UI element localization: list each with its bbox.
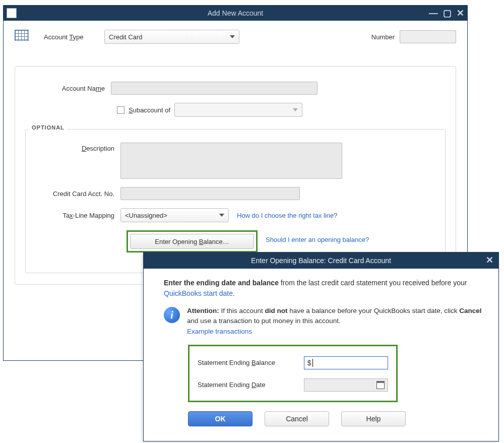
cc-acct-input[interactable] — [120, 187, 300, 200]
account-type-label: Account Type — [44, 33, 104, 41]
info-icon: i — [164, 307, 180, 323]
statement-date-input[interactable] — [304, 378, 388, 392]
help-button[interactable]: Help — [341, 411, 406, 426]
opening-balance-help-link[interactable]: Should I enter an opening balance? — [266, 236, 369, 243]
enter-opening-balance-dialog: Enter Opening Balance: Credit Card Accou… — [143, 252, 499, 441]
account-type-value: Credit Card — [109, 33, 142, 41]
ok-button[interactable]: OK — [188, 411, 253, 426]
statement-balance-input[interactable]: $ — [304, 356, 388, 369]
description-textarea[interactable] — [120, 143, 342, 179]
account-type-dropdown[interactable]: Credit Card — [104, 30, 239, 44]
number-input[interactable] — [400, 30, 456, 43]
subaccount-dropdown[interactable] — [174, 103, 302, 117]
maximize-icon[interactable]: ▢ — [443, 6, 452, 21]
dialog-button-row: OK Cancel Help — [188, 411, 484, 426]
account-name-label: Account Name — [25, 85, 111, 92]
optional-legend: OPTIONAL — [29, 124, 68, 131]
window-title: Add New Account — [4, 9, 467, 17]
window-controls: — ▢ ✕ — [429, 6, 464, 21]
dialog-titlebar: Enter Opening Balance: Credit Card Accou… — [144, 252, 498, 269]
subaccount-label: Subaccount of — [129, 106, 170, 114]
attention-row: i Attention: If this account did not hav… — [164, 306, 484, 337]
statement-balance-label: Statement Ending Balance — [198, 359, 292, 366]
number-label: Number — [371, 33, 395, 41]
chevron-down-icon — [293, 108, 298, 111]
tax-mapping-dropdown[interactable]: <Unassigned> — [120, 208, 229, 222]
calendar-icon[interactable] — [376, 381, 385, 389]
tax-mapping-label: Tax-Line Mapping — [35, 212, 120, 219]
text-cursor — [312, 359, 313, 367]
cancel-button[interactable]: Cancel — [265, 411, 329, 426]
cc-acct-label: Credit Card Acct. No. — [35, 190, 120, 198]
chevron-down-icon — [230, 35, 235, 38]
attention-text: Attention: If this account did not have … — [187, 306, 484, 337]
titlebar: Add New Account — ▢ ✕ — [4, 6, 467, 21]
opening-balance-highlight: Enter Opening Balance… — [127, 230, 258, 252]
dialog-title: Enter Opening Balance: Credit Card Accou… — [251, 257, 391, 265]
minimize-icon[interactable]: — — [429, 6, 438, 21]
tax-line-help-link[interactable]: How do I choose the right tax line? — [237, 212, 337, 219]
description-label: Description — [35, 143, 120, 152]
tax-mapping-value: <Unassigned> — [125, 212, 167, 219]
example-transactions-link[interactable]: Example transactions — [187, 328, 252, 335]
subaccount-checkbox[interactable] — [117, 106, 124, 114]
statement-fields-highlight: Statement Ending Balance $ Statement End… — [188, 345, 398, 402]
account-name-input[interactable] — [111, 82, 318, 95]
statement-date-label: Statement Ending Date — [198, 381, 292, 389]
quickbooks-start-date-link[interactable]: QuickBooks start date — [164, 289, 233, 297]
enter-opening-balance-button[interactable]: Enter Opening Balance… — [130, 234, 254, 249]
close-icon[interactable]: ✕ — [486, 255, 493, 266]
intro-text: Enter the ending date and balance from t… — [164, 278, 484, 299]
chevron-down-icon — [219, 214, 224, 217]
account-grid-icon — [15, 30, 29, 41]
close-icon[interactable]: ✕ — [457, 6, 464, 21]
